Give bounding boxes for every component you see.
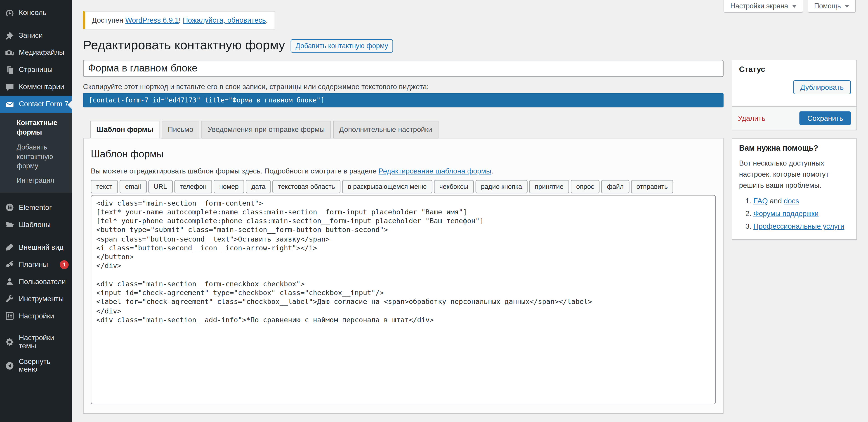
sidebar-item-label: Консоль <box>19 9 68 17</box>
sidebar-item-users[interactable]: Пользователи <box>0 273 72 291</box>
tab-mail[interactable]: Письмо <box>162 121 199 138</box>
tag-generator-button[interactable]: текст <box>91 180 118 193</box>
sidebar-item-settings[interactable]: Настройки <box>0 307 72 325</box>
screen-options-label: Настройки экрана <box>730 2 788 10</box>
tag-generator-button[interactable]: URL <box>148 180 173 193</box>
please-update-link[interactable]: Пожалуйста, обновитесь <box>183 16 266 24</box>
sidebar-item-pages[interactable]: Страницы <box>0 61 72 79</box>
screen-options-button[interactable]: Настройки экрана <box>724 0 803 13</box>
page-title: Редактировать контактную форму <box>83 38 285 53</box>
duplicate-button[interactable]: Дублировать <box>793 80 851 94</box>
sidebar-item-posts[interactable]: Записи <box>0 27 72 44</box>
tag-generator-button[interactable]: принятие <box>529 180 569 193</box>
tools-icon <box>5 294 14 304</box>
sidebar-item-label: Инструменты <box>19 295 68 303</box>
sidebar-item-plugins[interactable]: Плагины1 <box>0 256 72 273</box>
editor-tabs: Шаблон формыПисьмоУведомления при отправ… <box>90 121 723 138</box>
sidebar-item-label: Свернуть меню <box>19 358 68 373</box>
status-panel-body: Дублировать <box>733 76 857 106</box>
sidebar-item-label: Настройки <box>19 312 68 320</box>
help-list-item: FAQ and docs <box>753 197 850 205</box>
tag-generator-button[interactable]: радио кнопка <box>475 180 528 193</box>
form-template-editor[interactable] <box>91 195 716 404</box>
help-button[interactable]: Помощь <box>807 0 856 13</box>
tag-generator-button[interactable]: опрос <box>571 180 600 193</box>
sidebar-item-label: Elementor <box>19 204 68 211</box>
status-panel-title: Статус <box>733 60 857 76</box>
tag-generator-button[interactable]: в раскрывающемся меню <box>342 180 432 193</box>
tag-generator-button[interactable]: номер <box>214 180 244 193</box>
sidebar-item-elementor[interactable]: Elementor <box>0 199 72 216</box>
sidebar-item-theme-settings[interactable]: Настройки темы <box>0 330 72 354</box>
chevron-down-icon <box>845 5 849 8</box>
shortcode-input[interactable] <box>83 93 723 107</box>
sidebar-item-media[interactable]: Медиафайлы <box>0 44 72 61</box>
help-link[interactable]: FAQ <box>753 197 768 205</box>
cf7-submenu: Контактные формыДобавить контактную форм… <box>0 113 72 193</box>
sidebar-item-label: Медиафайлы <box>19 49 68 57</box>
tag-generator-button[interactable]: телефон <box>174 180 212 193</box>
help-panel-title: Вам нужна помощь? <box>733 139 857 154</box>
admin-menu: КонсольЗаписиМедиафайлыСтраницыКомментар… <box>0 0 72 378</box>
tag-generator-button[interactable]: отправить <box>631 180 673 193</box>
sidebar-item-comments[interactable]: Комментарии <box>0 79 72 96</box>
help-link[interactable]: Профессиональные услуги <box>753 222 844 231</box>
form-title-input[interactable] <box>83 59 723 77</box>
help-label: Помощь <box>814 2 841 10</box>
tag-generator-button[interactable]: текстовая область <box>273 180 340 193</box>
sliders-icon <box>5 311 14 321</box>
tag-generator-button[interactable]: email <box>120 180 147 193</box>
user-icon <box>5 277 14 287</box>
plugin-icon <box>5 260 14 269</box>
editor-main-column: Скопируйте этот шорткод и вставьте его в… <box>83 59 723 414</box>
sidebar-item-appearance[interactable]: Внешний вид <box>0 239 72 256</box>
delete-link[interactable]: Удалить <box>738 114 765 122</box>
panel-heading: Шаблон формы <box>91 148 716 160</box>
sidebar-subitem[interactable]: Контактные формы <box>0 116 72 140</box>
help-link[interactable]: Форумы поддержки <box>753 209 818 218</box>
status-panel: Статус Дублировать Удалить Сохранить <box>732 59 857 130</box>
admin-content: Настройки экрана Помощь Доступен WordPre… <box>72 0 868 422</box>
dashboard-icon <box>5 8 14 18</box>
pages-icon <box>5 65 14 75</box>
tag-generator-buttons: текстemailURLтелефонномердататекстовая о… <box>91 180 716 193</box>
sidebar-subitem[interactable]: Интеграция <box>0 174 72 188</box>
panel-description-text: Вы можете отредактировать шаблон формы з… <box>91 167 379 175</box>
sidebar-subitem[interactable]: Добавить контактную форму <box>0 140 72 174</box>
screen-meta-links: Настройки экрана Помощь <box>724 0 856 13</box>
sidebar-item-label: Плагины <box>19 261 55 268</box>
media-icon <box>5 48 14 58</box>
sidebar-item-collapse-menu[interactable]: Свернуть меню <box>0 354 72 378</box>
help-text: and <box>768 197 784 205</box>
help-link[interactable]: docs <box>784 197 799 205</box>
sidebar-item-contact-form-7[interactable]: Contact Form 7 <box>0 96 72 113</box>
elementor-icon <box>5 203 14 212</box>
page-header: Редактировать контактную форму Добавить … <box>83 38 868 53</box>
tag-generator-button[interactable]: дата <box>246 180 271 193</box>
tab-messages[interactable]: Уведомления при отправке формы <box>202 121 331 138</box>
sidebar-item-templates[interactable]: Шаблоны <box>0 216 72 233</box>
tag-generator-button[interactable]: файл <box>601 180 629 193</box>
editing-form-template-link[interactable]: Редактирование шаблона формы <box>379 167 491 175</box>
save-button[interactable]: Сохранить <box>800 111 851 125</box>
sidebar-item-label: Комментарии <box>19 83 68 91</box>
notice-text: Доступен <box>92 16 125 24</box>
sidebar-item-tools[interactable]: Инструменты <box>0 291 72 307</box>
sidebar-item-dashboard[interactable]: Консоль <box>0 4 72 22</box>
tab-form-template[interactable]: Шаблон формы <box>90 121 159 138</box>
chevron-down-icon <box>792 5 797 8</box>
add-contact-form-button[interactable]: Добавить контактную форму <box>291 39 393 53</box>
tab-additional-settings[interactable]: Дополнительные настройки <box>333 121 438 138</box>
tag-generator-button[interactable]: чекбоксы <box>434 180 473 193</box>
update-notice: Доступен WordPress 6.9.1! Пожалуйста, об… <box>83 11 275 29</box>
panel-description-text: . <box>491 167 493 175</box>
help-panel-intro: Вот несколько доступных настроек, которы… <box>733 158 857 191</box>
sidebar-item-label: Страницы <box>19 66 68 74</box>
admin-sidebar: КонсольЗаписиМедиафайлыСтраницыКомментар… <box>0 0 72 422</box>
panel-description: Вы можете отредактировать шаблон формы з… <box>91 167 716 175</box>
notice-text: . <box>266 16 268 24</box>
status-panel-footer: Удалить Сохранить <box>733 106 857 129</box>
help-links-list: FAQ and docsФорумы поддержкиПрофессионал… <box>733 197 857 230</box>
sidebar-item-label: Шаблоны <box>19 221 68 229</box>
wordpress-version-link[interactable]: WordPress 6.9.1 <box>125 16 179 24</box>
